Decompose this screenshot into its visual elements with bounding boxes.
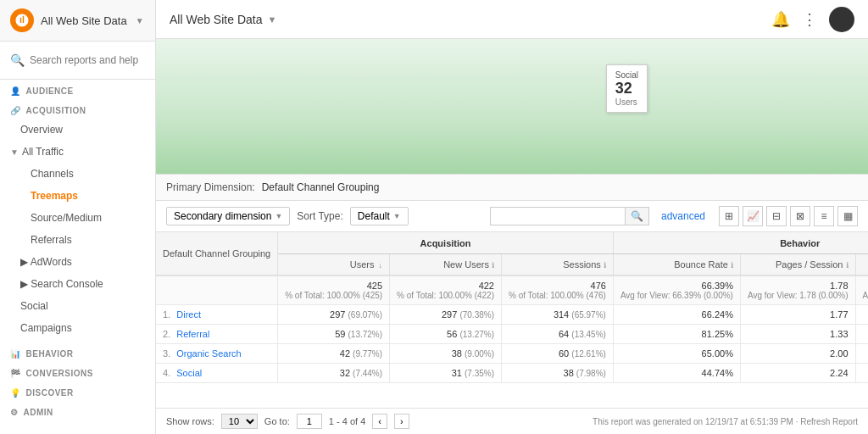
sidebar-header[interactable]: All Web Site Data ▼ (0, 0, 155, 42)
chart-tooltip: Social 32 Users (606, 64, 648, 113)
advanced-link[interactable]: advanced (661, 210, 705, 222)
sidebar-item-behavior[interactable]: 📊 BEHAVIOR (0, 342, 155, 362)
sort-arrow-icon: ▼ (393, 212, 401, 220)
sidebar-search-area: 🔍 (0, 42, 155, 80)
cell-new-users: 56 (13.27%) (390, 325, 502, 344)
sort-type-label: Sort Type: (297, 210, 342, 222)
sidebar-item-discover[interactable]: 💡 DISCOVER (0, 381, 155, 401)
sidebar-item-adwords[interactable]: ▶ AdWords (0, 251, 155, 273)
cell-pages: 1.77 (740, 305, 855, 325)
sidebar-item-campaigns[interactable]: Campaigns (0, 317, 155, 339)
notification-bell-icon[interactable]: 🔔 (771, 10, 790, 29)
data-table: Default Channel Grouping Acquisition Beh… (156, 232, 868, 383)
show-rows-select[interactable]: 10 (221, 414, 258, 429)
sidebar-item-admin[interactable]: ⚙ ADMIN (0, 401, 155, 420)
main-content: All Web Site Data ▼ 🔔 ⋮ Social 32 Users … (156, 0, 868, 434)
channel-link[interactable]: Direct (176, 309, 201, 320)
sidebar-item-source-medium[interactable]: Source/Medium (0, 207, 155, 229)
cell-sessions: 314 (65.97%) (501, 305, 613, 325)
sidebar-item-conversions[interactable]: 🏁 CONVERSIONS (0, 362, 155, 381)
col-new-users-header[interactable]: New Users ℹ (390, 254, 502, 276)
toolbar-search-area: 🔍 (490, 207, 649, 225)
expand-icon: ▶ (20, 256, 31, 268)
arrow-icon: ▼ (10, 147, 19, 157)
cell-channel: 2. Referral (156, 325, 278, 344)
sidebar-item-search-console[interactable]: ▶ Search Console (0, 273, 155, 295)
view-icons-group: ⊞ 📈 ⊟ ⊠ ≡ ▦ (719, 206, 858, 226)
col-sessions-header[interactable]: Sessions ℹ (501, 254, 613, 276)
table-row: 2. Referral 59 (13.72%) 56 (13.27%) 64 (… (156, 325, 868, 344)
col-users-header[interactable]: Users ↓ (278, 254, 390, 276)
primary-dimension-value: Default Channel Grouping (262, 181, 380, 193)
sidebar-item-acquisition[interactable]: 🔗 ACQUISITION (0, 99, 155, 119)
cell-bounce: 81.25% (613, 325, 740, 344)
channel-link[interactable]: Organic Search (176, 348, 241, 359)
topbar: All Web Site Data ▼ 🔔 ⋮ (156, 0, 868, 39)
cell-bounce: 66.24% (613, 305, 740, 325)
dropdown-arrow-icon: ▼ (275, 212, 282, 220)
channel-link[interactable]: Referral (176, 329, 209, 339)
admin-icon: ⚙ (10, 408, 19, 417)
cell-avg-session: 00:02:49 (855, 364, 868, 383)
page-number-input[interactable] (297, 414, 322, 429)
primary-dimension-label: Primary Dimension: (166, 181, 255, 193)
avatar[interactable] (829, 7, 854, 32)
info-icon2: ℹ (604, 261, 606, 270)
sidebar-item-overview[interactable]: Overview (0, 119, 155, 141)
cell-users: 32 (7.44%) (278, 364, 390, 383)
sidebar-item-all-traffic[interactable]: ▼ All Traffic (0, 141, 155, 163)
col-pages-header[interactable]: Pages / Session ℹ (740, 254, 855, 276)
search-input[interactable] (30, 54, 145, 66)
more-options-icon[interactable]: ⋮ (802, 10, 817, 29)
property-name: All Web Site Data (41, 14, 127, 27)
chart-view-icon[interactable]: 📈 (743, 206, 763, 226)
cell-bounce: 44.74% (613, 364, 740, 383)
sidebar-item-audience[interactable]: 👤 AUDIENCE (0, 80, 155, 99)
term-cloud-icon[interactable]: ≡ (814, 206, 834, 226)
totals-label (156, 275, 278, 305)
tooltip-sub: Users (615, 97, 638, 107)
sort-down-icon: ↓ (379, 261, 383, 270)
tooltip-label: Social (615, 70, 638, 80)
table-group-header-row: Default Channel Grouping Acquisition Beh… (156, 232, 868, 254)
info-icon4: ℹ (846, 261, 849, 270)
col-channel-header: Default Channel Grouping (156, 232, 278, 275)
prev-page-button[interactable]: ‹ (372, 414, 387, 429)
cell-avg-session: 00:02:02 (855, 344, 868, 364)
table-search-input[interactable] (490, 207, 626, 225)
col-bounce-header[interactable]: Bounce Rate ℹ (613, 254, 740, 276)
table-view-icon[interactable]: ⊞ (719, 206, 739, 226)
col-avg-session-header[interactable]: Avg. Session Duration ℹ (855, 254, 868, 276)
cell-pages: 2.00 (740, 344, 855, 364)
channel-link[interactable]: Social (176, 368, 202, 378)
discover-icon: 💡 (10, 388, 21, 398)
cell-bounce: 65.00% (613, 344, 740, 364)
treemap-view-icon[interactable]: ▦ (837, 206, 858, 226)
search-bar[interactable]: 🔍 (0, 48, 155, 72)
comparison-view-icon[interactable]: ⊠ (790, 206, 810, 226)
totals-pages: 1.78 Avg for View: 1.78 (0.00%) (740, 275, 855, 305)
cell-avg-session: 00:00:34 (855, 325, 868, 344)
totals-users: 425 % of Total: 100.00% (425) (278, 275, 390, 305)
secondary-dimension-button[interactable]: Secondary dimension ▼ (166, 207, 290, 225)
sidebar-item-channels[interactable]: Channels (0, 163, 155, 185)
sidebar: All Web Site Data ▼ 🔍 👤 AUDIENCE 🔗 ACQUI… (0, 0, 156, 434)
sidebar-item-referrals[interactable]: Referrals (0, 229, 155, 251)
cell-avg-session: 00:01:11 (855, 305, 868, 325)
cell-users: 59 (13.72%) (278, 325, 390, 344)
sidebar-item-social[interactable]: Social (0, 295, 155, 317)
acquisition-icon: 🔗 (10, 106, 21, 115)
pivot-view-icon[interactable]: ⊟ (766, 206, 787, 226)
cell-pages: 1.33 (740, 325, 855, 344)
sort-type-button[interactable]: Default ▼ (350, 207, 409, 225)
info-icon: ℹ (492, 261, 494, 270)
table-search-button[interactable]: 🔍 (626, 207, 649, 225)
topbar-right: 🔔 ⋮ (771, 7, 854, 32)
sidebar-item-treemaps[interactable]: Treemaps (0, 185, 155, 207)
next-page-button[interactable]: › (394, 414, 409, 429)
cell-channel: 3. Organic Search (156, 344, 278, 364)
title-arrow-icon: ▼ (267, 14, 276, 25)
table-row: 4. Social 32 (7.44%) 31 (7.35%) 38 (7.98… (156, 364, 868, 383)
table-footer: Show rows: 10 Go to: 1 - 4 of 4 ‹ › This… (156, 408, 868, 434)
cell-channel: 4. Social (156, 364, 278, 383)
